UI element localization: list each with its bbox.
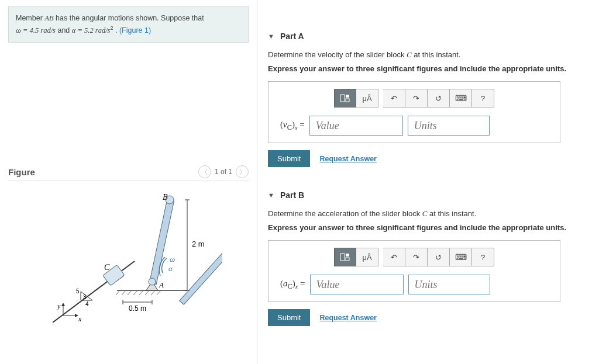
part-b-value-input[interactable]: [310, 275, 404, 294]
svg-line-18: [53, 261, 135, 323]
keyboard-button[interactable]: ⌨: [450, 89, 472, 108]
svg-rect-44: [346, 254, 349, 256]
svg-line-6: [145, 290, 149, 295]
svg-rect-40: [340, 95, 345, 102]
help-button[interactable]: ?: [472, 248, 494, 266]
part-a-variable: (vC)x =: [280, 120, 305, 132]
caret-down-icon[interactable]: ▼: [268, 33, 274, 40]
undo-button[interactable]: ↶: [383, 248, 405, 266]
svg-line-4: [133, 290, 137, 295]
svg-line-3: [128, 290, 132, 295]
part-a-value-input[interactable]: [309, 116, 403, 136]
redo-button[interactable]: ↷: [405, 248, 428, 266]
svg-line-5: [139, 290, 143, 295]
part-a-answer-box: μÅ ↶ ↷ ↺ ⌨ ? (vC)x =: [268, 81, 560, 143]
svg-marker-30: [81, 292, 92, 300]
svg-line-7: [151, 290, 155, 295]
part-a: ▼ Part A Determine the velocity of the s…: [268, 32, 588, 167]
pager-prev-button[interactable]: 〈: [198, 165, 211, 178]
caret-down-icon[interactable]: ▼: [268, 192, 274, 199]
part-b-variable: (aC)x =: [280, 279, 305, 291]
svg-rect-41: [346, 95, 349, 98]
svg-text:2 m: 2 m: [192, 240, 205, 248]
svg-text:x: x: [78, 315, 82, 323]
svg-rect-45: [346, 258, 349, 261]
reset-button[interactable]: ↺: [428, 248, 450, 266]
pager-text: 1 of 1: [215, 168, 232, 176]
part-b-title: Part B: [280, 190, 304, 200]
part-a-request-answer[interactable]: Request Answer: [319, 155, 376, 163]
svg-text:4: 4: [85, 301, 89, 307]
part-b-submit-button[interactable]: Submit: [268, 309, 310, 326]
part-b-prompt: Determine the acceleration of the slider…: [268, 209, 588, 219]
template-tool-icon[interactable]: [334, 89, 356, 108]
reset-button[interactable]: ↺: [428, 89, 450, 108]
svg-rect-43: [340, 254, 345, 261]
svg-text:3: 3: [83, 294, 87, 300]
svg-rect-15: [179, 245, 222, 305]
part-b-units-input[interactable]: [408, 275, 490, 294]
svg-text:y: y: [57, 302, 61, 310]
pager-next-button[interactable]: 〉: [236, 165, 249, 178]
problem-statement: Member AB has the angular motions shown.…: [8, 6, 249, 43]
help-button[interactable]: ?: [472, 89, 494, 108]
part-a-prompt: Determine the velocity of the slider blo…: [268, 50, 588, 60]
redo-button[interactable]: ↷: [405, 89, 428, 108]
svg-rect-42: [346, 99, 349, 102]
svg-line-1: [116, 290, 120, 295]
template-tool-icon[interactable]: [334, 248, 356, 266]
undo-button[interactable]: ↶: [383, 89, 405, 108]
part-b-instructions: Express your answer to three significant…: [268, 223, 588, 232]
part-b: ▼ Part B Determine the acceleration of t…: [268, 190, 588, 326]
svg-line-8: [157, 290, 161, 295]
figure-heading: Figure: [8, 167, 35, 177]
part-b-answer-box: μÅ ↶ ↷ ↺ ⌨ ? (aC)x =: [268, 240, 560, 302]
svg-marker-36: [61, 303, 65, 306]
svg-text:C: C: [104, 263, 110, 272]
svg-text:0.5 m: 0.5 m: [129, 304, 146, 313]
part-b-request-answer[interactable]: Request Answer: [319, 314, 376, 322]
keyboard-button[interactable]: ⌨: [450, 248, 472, 266]
svg-text:A: A: [159, 280, 164, 289]
part-a-title: Part A: [280, 32, 304, 41]
figure-link[interactable]: (Figure 1): [119, 26, 151, 34]
part-a-submit-button[interactable]: Submit: [268, 150, 310, 167]
units-tool[interactable]: μÅ: [356, 89, 378, 108]
svg-text:ω: ω: [170, 255, 175, 264]
svg-text:B: B: [163, 193, 168, 202]
svg-line-2: [122, 290, 126, 295]
svg-point-11: [149, 278, 156, 285]
svg-text:α: α: [168, 264, 173, 273]
figure-image: B A C 2 m 0.5 m ω α: [8, 188, 249, 328]
figure-pager: 〈 1 of 1 〉: [198, 165, 249, 178]
part-a-units-input[interactable]: [408, 116, 490, 136]
part-a-instructions: Express your answer to three significant…: [268, 64, 588, 73]
svg-text:5: 5: [76, 288, 80, 294]
units-tool[interactable]: μÅ: [356, 248, 378, 266]
